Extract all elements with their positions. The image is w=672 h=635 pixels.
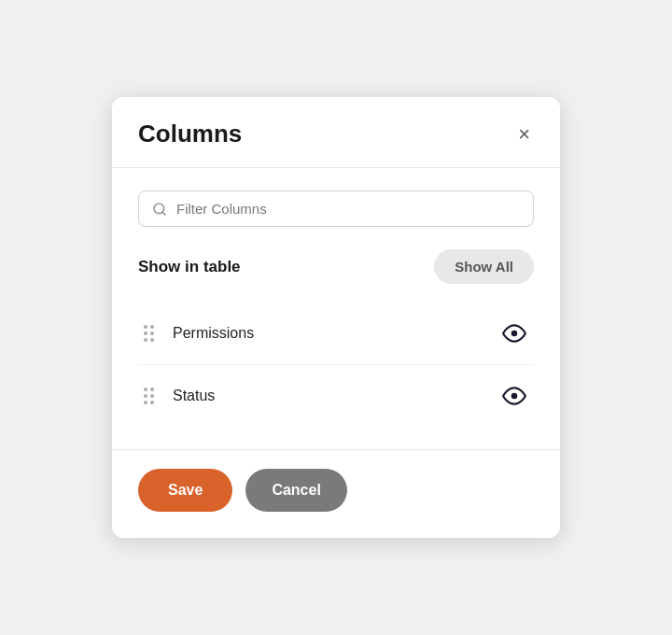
dialog-header: Columns × — [112, 97, 560, 168]
svg-point-3 — [511, 393, 518, 400]
search-icon — [152, 202, 167, 217]
save-button[interactable]: Save — [138, 469, 232, 512]
cancel-button[interactable]: Cancel — [245, 469, 346, 512]
dialog-body: Show in table Show All Permissions — [112, 168, 560, 449]
drag-dot — [150, 325, 154, 329]
drag-dot — [150, 388, 154, 391]
drag-dot — [150, 332, 154, 335]
drag-dot — [144, 338, 147, 342]
drag-dot — [144, 388, 147, 391]
visibility-toggle-permissions[interactable] — [498, 318, 530, 349]
table-row: Status — [138, 365, 534, 427]
columns-dialog: Columns × Show in table Show All — [112, 97, 560, 538]
drag-dot — [144, 394, 147, 398]
show-in-table-row: Show in table Show All — [138, 249, 534, 284]
search-input[interactable] — [176, 201, 520, 217]
search-container — [138, 190, 534, 227]
column-list: Permissions Status — [138, 303, 534, 427]
table-row: Permissions — [138, 303, 534, 365]
drag-dot — [144, 332, 147, 335]
dialog-footer: Save Cancel — [112, 449, 560, 538]
drag-dot — [150, 394, 154, 398]
column-name-permissions: Permissions — [173, 325, 498, 342]
drag-dot — [144, 325, 147, 329]
drag-dot — [150, 401, 154, 404]
svg-line-1 — [162, 212, 165, 215]
drag-handle-status[interactable] — [142, 386, 156, 406]
column-name-status: Status — [173, 388, 498, 404]
show-all-button[interactable]: Show All — [434, 249, 534, 284]
drag-dot — [150, 338, 154, 342]
show-in-table-label: Show in table — [138, 258, 241, 276]
drag-handle-permissions[interactable] — [142, 323, 156, 344]
visibility-toggle-status[interactable] — [498, 380, 530, 412]
svg-point-2 — [511, 331, 518, 337]
close-button[interactable]: × — [514, 120, 534, 148]
drag-dot — [144, 401, 147, 404]
dialog-title: Columns — [138, 120, 242, 148]
